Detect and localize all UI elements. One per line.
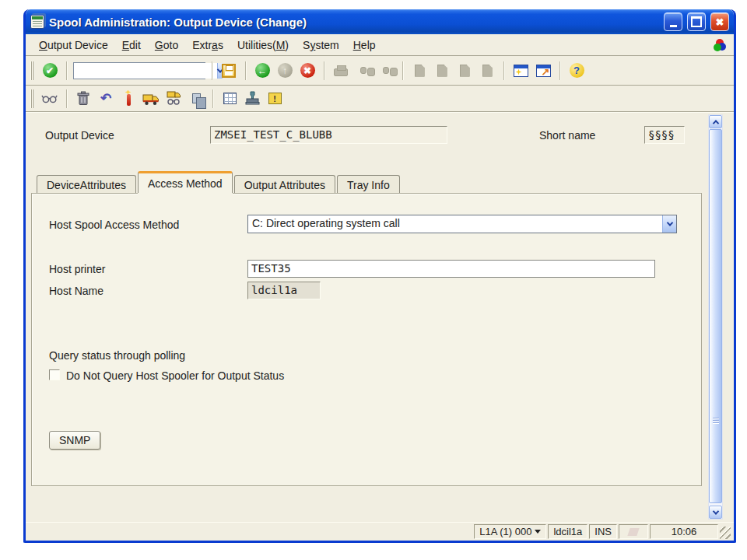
status-response-icon-cell [619,524,648,539]
polling-checkbox[interactable] [49,369,60,380]
host-printer-label: Host printer [49,263,105,275]
host-name-label: Host Name [49,285,103,297]
snmp-button[interactable]: SNMP [49,431,100,450]
tab-tray-info[interactable]: Tray Info [337,175,400,194]
minimize-button[interactable] [664,12,682,31]
status-system-cell[interactable]: L1A (1) 000 [474,524,546,539]
application-toolbar: ↶ ! [26,86,734,112]
delete-trash-icon[interactable] [73,89,93,109]
reset-undo-icon[interactable]: ↶ [96,89,116,109]
tabstrip: DeviceAttributes Access Method Output At… [37,171,402,193]
sap-window: Spool Administration: Output Device (Cha… [23,9,736,543]
device-list-icon[interactable] [219,89,240,109]
previous-page-icon[interactable] [432,61,452,81]
enter-check-icon[interactable]: ✔ [40,61,60,81]
standard-toolbar: ✔ ← ↑ ✖ ↗ ? [26,56,734,86]
transport-display-icon[interactable] [163,89,184,109]
scroll-up-button[interactable] [709,115,722,128]
performance-icon [627,528,639,536]
status-system-text: L1A (1) 000 [479,526,531,537]
display-change-glasses-icon[interactable] [40,89,60,109]
help-icon[interactable]: ? [566,61,587,81]
toolbar-drag-handle[interactable] [30,61,34,80]
vertical-scrollbar[interactable] [708,114,723,520]
status-insert-mode-cell: INS [589,524,617,539]
host-name-field[interactable]: ldcil1a [247,282,321,299]
screen-body: Output Device ZMSEI_TEST_C_BLUBB Short n… [26,112,734,522]
find-icon[interactable] [353,61,374,81]
menu-goto[interactable]: Goto [148,37,185,54]
status-dropdown-icon[interactable] [535,530,541,534]
save-icon[interactable] [219,61,239,81]
polling-heading: Query status through polling [49,349,185,362]
new-session-icon[interactable] [510,61,531,81]
menu-edit[interactable]: Edit [115,37,148,54]
dropdown-arrow-button[interactable] [662,215,676,233]
menu-utilities[interactable]: Utilities(M) [230,37,296,54]
maximize-button[interactable] [687,12,706,31]
sap-color-wheel-icon [714,39,726,51]
output-device-field[interactable]: ZMSEI_TEST_C_BLUBB [210,126,447,144]
status-time-cell: 10:06 [650,524,718,539]
activate-firecracker-icon[interactable] [118,89,139,109]
exit-icon[interactable]: ↑ [275,61,295,81]
menubar: Output Device Edit Goto Extras Utilities… [26,34,734,56]
tab-access-method[interactable]: Access Method [138,171,233,193]
short-name-field[interactable]: §§§§ [644,126,685,144]
status-host-cell: ldcil1a [548,524,587,539]
first-page-icon[interactable] [409,61,430,81]
command-input[interactable] [74,63,217,79]
last-page-icon[interactable] [477,61,497,81]
back-icon[interactable]: ← [252,61,272,81]
window-app-icon [30,15,44,29]
tab-device-attributes[interactable]: DeviceAttributes [37,175,136,194]
access-method-dropdown[interactable]: C: Direct operating system call [247,215,677,233]
copy-delete-icon[interactable] [186,89,206,109]
find-next-icon[interactable] [376,61,396,81]
cancel-icon[interactable]: ✖ [297,61,317,81]
menu-help[interactable]: Help [346,37,383,54]
short-name-label: Short name [539,129,595,142]
menu-system[interactable]: System [296,37,346,54]
menu-output-device[interactable]: Output Device [32,37,115,54]
scroll-down-button[interactable] [709,506,722,519]
polling-checkbox-label[interactable]: Do Not Query Host Spooler for Output Sta… [66,369,284,382]
print-icon[interactable] [331,61,351,81]
access-method-label: Host Spool Access Method [49,219,179,231]
menu-extras[interactable]: Extras [185,37,230,54]
close-button[interactable]: ✖ [710,12,729,31]
access-method-value: C: Direct operating system call [248,215,662,233]
tab-output-attributes[interactable]: Output Attributes [234,175,335,194]
output-device-label: Output Device [45,129,114,142]
transport-truck-icon[interactable] [141,89,161,109]
statusbar: L1A (1) 000 ldcil1a INS 10:06 [26,522,734,541]
access-method-panel [31,193,702,486]
window-title: Spool Administration: Output Device (Cha… [49,16,659,29]
stamp-icon[interactable] [242,89,262,109]
toolbar-drag-handle[interactable] [30,89,34,108]
alarm-icon[interactable]: ! [265,89,285,109]
command-field [73,62,205,79]
create-shortcut-icon[interactable]: ↗ [533,61,553,81]
next-page-icon[interactable] [454,61,475,81]
scrollbar-thumb[interactable] [709,129,722,503]
resize-grip[interactable] [720,527,731,539]
host-printer-field[interactable]: TEST35 [247,260,655,278]
titlebar: Spool Administration: Output Device (Cha… [26,9,734,34]
